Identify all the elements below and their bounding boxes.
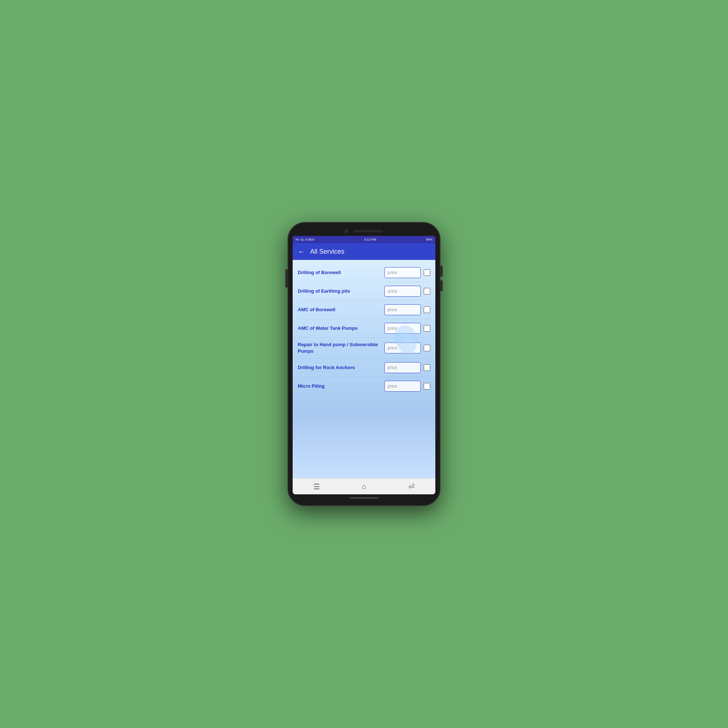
back-nav-icon[interactable]: ⏎ [408, 482, 414, 491]
service-row: Drilling of Borewell [298, 263, 430, 282]
phone-device: H₁ G₁ 0.5K/s 4:13 PM 99% ← All Services … [288, 222, 440, 506]
phone-screen: H₁ G₁ 0.5K/s 4:13 PM 99% ← All Services … [293, 236, 435, 494]
status-bar: H₁ G₁ 0.5K/s 4:13 PM 99% [293, 236, 435, 243]
bottom-nav: ☰ ⌂ ⏎ [293, 478, 435, 494]
service-row: AMC of Borewell [298, 301, 430, 319]
home-icon[interactable]: ⌂ [362, 482, 366, 491]
service-price-input-7[interactable] [384, 381, 421, 392]
service-checkbox-5[interactable] [424, 345, 430, 351]
service-checkbox-1[interactable] [424, 269, 430, 276]
service-row: Drilling for Rock Anchors [298, 359, 430, 377]
status-right: 99% [426, 238, 433, 241]
service-checkbox-2[interactable] [424, 288, 430, 294]
power-button [285, 269, 288, 288]
services-list: Drilling of BorewellDrilling of Earthing… [293, 260, 435, 478]
service-checkbox-3[interactable] [424, 306, 430, 313]
service-price-input-2[interactable] [384, 286, 421, 297]
service-price-input-3[interactable] [384, 304, 421, 315]
service-name-1: Drilling of Borewell [298, 269, 381, 276]
service-name-7: Micro Piling [298, 383, 381, 390]
app-header: ← All Services [293, 243, 435, 260]
back-button[interactable]: ← [298, 248, 305, 256]
status-time: 4:13 PM [364, 238, 376, 241]
service-name-3: AMC of Borewell [298, 306, 381, 313]
page-title: All Services [310, 248, 344, 255]
service-price-input-5[interactable] [384, 343, 421, 353]
service-name-5: Repair to Hand pump / Submersible Pumps [298, 341, 381, 355]
service-name-2: Drilling of Earthing pits [298, 288, 381, 294]
speaker [354, 230, 383, 232]
phone-bottom-bar [293, 494, 435, 501]
service-checkbox-4[interactable] [424, 325, 430, 332]
camera [345, 229, 348, 233]
phone-top-bar [293, 227, 435, 236]
service-row: Repair to Hand pump / Submersible Pumps [298, 338, 430, 359]
volume-up-button [440, 266, 443, 277]
service-price-input-4[interactable] [384, 323, 421, 334]
service-checkbox-6[interactable] [424, 364, 430, 371]
service-name-4: AMC of Water Tank Pumps [298, 325, 381, 332]
service-price-input-1[interactable] [384, 267, 421, 278]
service-checkbox-7[interactable] [424, 383, 430, 390]
battery-status: 99% [426, 238, 433, 241]
home-indicator [349, 497, 379, 499]
status-left: H₁ G₁ 0.5K/s [295, 238, 315, 241]
network-status: H₁ G₁ 0.5K/s [295, 238, 315, 241]
service-price-input-6[interactable] [384, 362, 421, 373]
service-name-6: Drilling for Rock Anchors [298, 364, 381, 371]
menu-icon[interactable]: ☰ [314, 482, 320, 491]
volume-down-button [440, 280, 443, 291]
service-row: AMC of Water Tank Pumps [298, 319, 430, 338]
service-row: Drilling of Earthing pits [298, 282, 430, 301]
service-row: Micro Piling [298, 377, 430, 395]
